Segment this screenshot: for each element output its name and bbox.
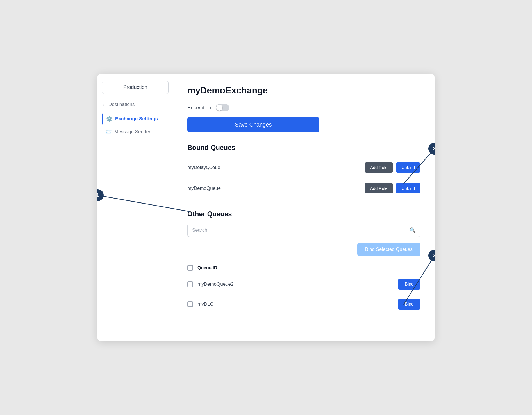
other-queues-table: Queue ID myDemoQueue2 Bind myDLQ [187,262,420,314]
sidebar-item-message-sender[interactable]: 📨 Message Sender [102,126,169,138]
page-title: myDemoExchange [187,85,420,96]
queue-id-header: Queue ID [197,265,217,270]
destinations-link[interactable]: ← Destinations [102,102,169,107]
bound-queue-row-mydemoqueue: myDemoQueue Add Rule Unbind [187,178,420,199]
other-queue-row-mydlq: myDLQ Bind [187,294,420,314]
toggle-knob [216,105,222,111]
bound-queue-actions-mydemoqueue: Add Rule Unbind [365,183,420,193]
bind-selected-queues-button[interactable]: Bind Selected Queues [357,243,420,256]
exchange-settings-label: Exchange Settings [115,116,158,122]
search-input[interactable] [192,227,407,233]
bound-queue-row-mydelayqueue: myDelayQueue Add Rule Unbind [187,157,420,178]
sidebar: Production ← Destinations ⚙️ Exchange Se… [97,74,173,341]
queue-table-header: Queue ID [187,262,420,274]
other-queue-row-left-mydlq: myDLQ [187,301,214,307]
unbind-button-mydemoqueue[interactable]: Unbind [396,183,420,193]
gear-icon: ⚙️ [106,116,112,122]
other-queue-row-mydemoqueue2: myDemoQueue2 Bind [187,274,420,294]
message-icon: 📨 [105,129,112,135]
checkbox-mydlq[interactable] [187,301,193,307]
checkbox-mydemoqueue2[interactable] [187,281,193,287]
app-window: 1 2 3 Production ← Destinations ⚙️ Excha… [97,74,435,341]
other-queues-title: Other Queues [187,210,420,218]
bound-queues-title: Bound Queues [187,144,420,152]
add-rule-button-mydelayqueue[interactable]: Add Rule [365,162,393,173]
encryption-toggle[interactable] [216,104,229,111]
bound-queues-section: Bound Queues myDelayQueue Add Rule Unbin… [187,144,420,199]
save-changes-button[interactable]: Save Changes [187,117,319,132]
bind-button-mydemoqueue2[interactable]: Bind [398,279,420,290]
production-button[interactable]: Production [102,81,169,94]
bound-queue-name-mydemoqueue: myDemoQueue [187,186,221,191]
other-queue-row-left-mydemoqueue2: myDemoQueue2 [187,281,234,287]
other-queue-name-mydemoqueue2: myDemoQueue2 [197,281,234,287]
bound-queue-name-mydelayqueue: myDelayQueue [187,165,220,170]
destinations-label: Destinations [108,102,135,107]
back-arrow-icon: ← [102,102,106,107]
unbind-button-mydelayqueue[interactable]: Unbind [396,162,420,173]
bind-selected-row: Bind Selected Queues [187,243,420,256]
select-all-checkbox[interactable] [187,265,193,271]
encryption-row: Encryption [187,104,420,111]
search-bar: 🔍 [187,224,420,237]
message-sender-label: Message Sender [114,129,151,135]
encryption-label: Encryption [187,105,211,111]
main-content: myDemoExchange Encryption Save Changes B… [173,74,435,341]
other-queues-section: Other Queues 🔍 Bind Selected Queues Queu… [187,210,420,314]
bind-button-mydlq[interactable]: Bind [398,299,420,310]
search-icon: 🔍 [410,227,416,233]
add-rule-button-mydemoqueue[interactable]: Add Rule [365,183,393,193]
bound-queue-actions-mydelayqueue: Add Rule Unbind [365,162,420,173]
sidebar-item-exchange-settings[interactable]: ⚙️ Exchange Settings [102,113,169,125]
other-queue-name-mydlq: myDLQ [197,301,214,307]
